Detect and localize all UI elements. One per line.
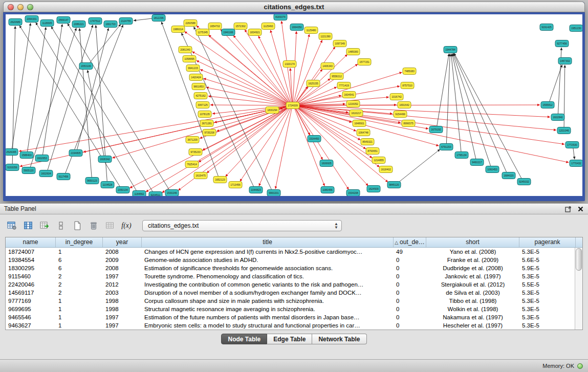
scrollbar-thumb[interactable] [576,248,582,271]
graph-node[interactable]: 1080456 [321,187,334,193]
graph-node[interactable]: 2526065 [6,149,18,156]
graph-node[interactable]: 1044823 [249,187,263,193]
graph-node[interactable]: 1986014 [171,26,185,33]
table-row[interactable]: 1872400712008Changes of HCN gene express… [6,248,582,256]
graph-node[interactable]: 1604541 [342,92,356,98]
graph-node[interactable]: 5905120 [22,167,35,174]
graph-node[interactable]: 9735233 [189,149,202,156]
show-columns-button[interactable] [21,219,35,232]
graph-node[interactable]: 1944784 [444,47,457,53]
graph-node[interactable]: 1275345 [196,29,209,36]
new-table-button[interactable] [71,219,84,232]
graph-node[interactable]: 1078135 [198,111,211,118]
table-row[interactable]: 946554611997Estimation of the future num… [6,313,582,321]
graph-node[interactable]: 1625155 [307,80,320,87]
graph-node[interactable]: 1530246 [165,190,179,196]
graph-node[interactable]: 1216052 [346,101,360,107]
graph-node[interactable]: 2260588 [184,20,197,27]
graph-node[interactable]: 9460217 [470,159,484,166]
graph-node[interactable]: 1064748 [357,129,370,136]
graph-node[interactable]: 1648901 [353,120,366,127]
graph-node[interactable]: 4275162 [194,93,207,99]
graph-node[interactable]: 3671209 [186,137,199,143]
column-header-in_degree[interactable]: in_degree [56,237,103,247]
graph-node[interactable]: 1654702 [208,23,222,30]
column-header-title[interactable]: title [142,237,394,247]
graph-node[interactable]: 1602653 [35,155,49,162]
graph-node[interactable]: 1624509 [367,186,380,192]
graph-node[interactable]: 1534208 [346,190,360,196]
graph-node[interactable]: 1125493 [262,23,275,30]
graph-node[interactable]: 1619475 [194,172,207,179]
graph-node[interactable]: 1577151 [358,59,371,65]
column-header-year[interactable]: year [103,237,142,247]
graph-node[interactable]: 7771419 [337,82,351,89]
graph-node[interactable]: 1602604 [39,170,53,177]
graph-node[interactable]: 1661703 [104,21,117,28]
graph-node[interactable]: 7485083 [403,68,416,75]
graph-node[interactable]: 1125480 [304,27,318,34]
graph-node[interactable]: 1534450 [308,136,321,142]
graph-node[interactable]: 9117456 [57,173,70,180]
graph-node[interactable]: 9735208 [203,129,216,136]
graph-node[interactable]: 8757510 [401,82,414,89]
graph-node[interactable]: 9193056 [6,164,19,171]
graph-node[interactable]: 1214855 [372,157,385,164]
graph-node[interactable]: 1201046 [557,127,571,134]
tab-node-table[interactable]: Node Table [221,334,267,344]
graph-node[interactable]: 1795134 [455,152,468,159]
table-selector-dropdown[interactable]: citations_edges.txt ▲▼ [142,220,342,231]
graph-node[interactable]: 1691642 [398,102,411,108]
graph-node[interactable]: 8549321 [361,139,374,145]
table-row[interactable]: 946362711997Embryonic stem cells: a mode… [6,321,582,330]
graph-node[interactable]: 9941215 [186,65,200,72]
column-header-short[interactable]: short [426,237,519,247]
graph-node[interactable]: 1713456 [229,182,242,188]
graph-node[interactable]: 1679192 [429,126,443,133]
graph-node[interactable]: 1221390 [319,33,332,40]
graph-node[interactable]: 1058895 [183,56,196,62]
graph-node[interactable]: 1652123 [213,177,227,183]
graph-node[interactable]: 2194805 [69,150,82,157]
delete-table-button[interactable] [87,219,100,232]
graph-node[interactable]: 6791203 [440,144,453,150]
graph-node[interactable]: 1747512 [89,18,102,25]
graph-node[interactable]: 7625414 [185,161,199,168]
graph-node[interactable]: 1940166 [222,29,235,36]
graph-node[interactable]: 1812296 [152,15,165,21]
graph-node[interactable]: 1485083 [346,49,360,55]
graph-node[interactable]: 1184562 [133,191,146,198]
graph-node[interactable]: 1104528 [101,182,114,188]
graph-node[interactable]: 1467302 [558,58,572,64]
float-panel-icon[interactable] [564,205,572,212]
graph-node[interactable]: 1616217 [350,110,363,117]
graph-node[interactable]: 1606605 [320,160,333,167]
zoom-window-button[interactable] [27,4,33,10]
graph-node[interactable]: 9245032 [517,179,531,185]
graph-node[interactable]: 9845120 [387,182,401,188]
table-row[interactable]: 911546021997Tourette syndrome. Phenomeno… [6,272,582,280]
graph-node[interactable]: 1060453 [486,166,499,173]
graph-node[interactable]: 2064331 [25,16,38,23]
graph-node[interactable]: 1664050 [290,24,303,31]
column-header-out_de[interactable]: △out_de… [394,237,426,247]
tab-network-table[interactable]: Network Table [312,334,366,344]
graph-node[interactable]: 3671281 [200,120,213,127]
graph-node[interactable]: 3067125 [196,102,209,108]
graph-node[interactable]: 9650123 [85,178,99,184]
table-row[interactable]: 2242004622012Investigating the contribut… [6,280,582,289]
close-window-button[interactable] [8,4,14,10]
graph-node[interactable]: 9191425 [540,24,553,31]
graph-node[interactable]: 9154499 [394,111,407,118]
graph-node[interactable]: 9963201 [267,190,280,196]
graph-node[interactable]: 1572302 [234,23,247,30]
graph-node[interactable]: 1724009 [286,102,299,109]
table-row[interactable]: 1456911722003Disruption of a novel membe… [6,289,582,297]
graph-node[interactable]: 1406343 [321,63,334,70]
table-settings-button[interactable] [5,219,18,232]
table-row[interactable]: 977716911998Corpus callosum shape and si… [6,297,582,305]
graph-node[interactable]: 1770432 [570,160,582,167]
graph-node[interactable]: 2081343 [179,47,192,53]
graph-node[interactable]: 2053106 [79,63,93,70]
graph-node[interactable]: 1320174 [283,61,296,68]
